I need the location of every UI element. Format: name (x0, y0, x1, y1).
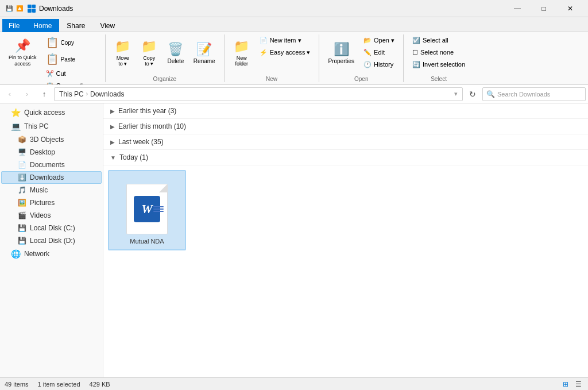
copy-to-label: Copyto ▾ (143, 55, 155, 67)
tab-file[interactable]: File (2, 19, 26, 32)
pin-label: Pin to Quickaccess (9, 55, 37, 67)
search-icon: 🔍 (486, 90, 495, 98)
new-buttons: 📁 Newfolder 📄 New item ▾ ⚡ Easy access ▾ (229, 34, 315, 75)
invert-icon: 🔄 (412, 61, 420, 68)
history-button[interactable]: 🕐 History (359, 59, 399, 70)
cut-button[interactable]: ✂️ Cut (42, 68, 100, 79)
sidebar-item-label: Local Disk (D:) (30, 237, 75, 245)
group-today[interactable]: ▼ Today (1) (103, 150, 588, 165)
music-icon: 🎵 (18, 186, 26, 194)
documents-icon: 📄 (18, 161, 26, 169)
sidebar-item-this-pc[interactable]: 💻 This PC (1, 119, 102, 133)
sidebar-item-desktop[interactable]: 🖥️ Desktop (1, 146, 102, 159)
cut-icon: ✂️ (46, 70, 54, 78)
sidebar-item-local-disk-d[interactable]: 💾 Local Disk (D:) (1, 234, 102, 247)
tab-home[interactable]: Home (26, 19, 59, 32)
sidebar-item-label: 3D Objects (30, 136, 64, 144)
quick-up-btn[interactable]: 🔼 (15, 4, 24, 13)
maximize-button[interactable]: □ (531, 0, 557, 17)
properties-label: Properties (328, 58, 354, 64)
invert-selection-button[interactable]: 🔄 Invert selection (408, 59, 469, 70)
organize-buttons: 📁 Moveto ▾ 📁 Copyto ▾ 🗑️ Delete 📝 Rename (110, 34, 219, 75)
group-label: Today (1) (119, 153, 148, 161)
title-bar: 💾 🔼 Downloads — □ ✕ (0, 0, 588, 17)
group-label: Earlier this year (3) (118, 107, 176, 115)
forward-button[interactable]: › (20, 87, 34, 102)
selection-info: 1 item selected (38, 381, 80, 388)
word-w-letter: W (141, 203, 153, 215)
close-button[interactable]: ✕ (557, 0, 583, 17)
quick-access-icon: ⭐ (11, 108, 21, 117)
sidebar-item-pictures[interactable]: 🖼️ Pictures (1, 196, 102, 209)
new-item-button[interactable]: 📄 New item ▾ (256, 34, 315, 46)
rename-label: Rename (194, 58, 215, 64)
tab-share[interactable]: Share (59, 19, 92, 32)
minimize-button[interactable]: — (504, 0, 531, 17)
rename-button[interactable]: 📝 Rename (189, 34, 219, 71)
window-controls: — □ ✕ (504, 0, 583, 17)
delete-label: Delete (167, 58, 184, 64)
new-folder-icon: 📁 (234, 39, 249, 54)
sidebar-item-label: Videos (30, 211, 51, 219)
organize-label: Organize (110, 75, 219, 82)
copy-to-button[interactable]: 📁 Copyto ▾ (137, 34, 162, 71)
back-button[interactable]: ‹ (2, 87, 17, 102)
pin-to-quick-access-button[interactable]: 📌 Pin to Quickaccess (5, 34, 41, 71)
easy-access-icon: ⚡ (260, 49, 268, 56)
copy-to-icon: 📁 (141, 39, 157, 54)
group-last-week[interactable]: ▶ Last week (35) (103, 134, 588, 150)
view-controls: ⊞ ☰ (560, 379, 583, 389)
properties-icon: ℹ️ (334, 42, 349, 57)
paste-label: Paste (61, 56, 76, 63)
search-bar[interactable]: 🔍 Search Downloads (482, 87, 586, 101)
easy-access-button[interactable]: ⚡ Easy access ▾ (256, 47, 315, 58)
select-all-button[interactable]: ☑️ Select all (408, 34, 469, 46)
sidebar-item-network[interactable]: 🌐 Network (1, 247, 102, 261)
copy-label: Copy (61, 40, 74, 46)
move-to-button[interactable]: 📁 Moveto ▾ (110, 34, 136, 71)
select-none-button[interactable]: ☐ Select none (408, 47, 469, 58)
file-name: Mutual NDA (130, 238, 164, 245)
address-path[interactable]: This PC › Downloads ▾ (54, 87, 463, 101)
group-earlier-year[interactable]: ▶ Earlier this year (3) (103, 103, 588, 119)
properties-button[interactable]: ℹ️ Properties (324, 34, 358, 71)
open-small-buttons: 📂 Open ▾ ✏️ Edit 🕐 History (359, 34, 399, 70)
ribbon-group-open: ℹ️ Properties 📂 Open ▾ ✏️ Edit 🕐 History… (319, 34, 404, 82)
disk-c-icon: 💾 (18, 224, 26, 232)
sidebar-item-quick-access[interactable]: ⭐ Quick access (1, 106, 102, 119)
copy-icon: 📋 (46, 36, 59, 49)
up-button[interactable]: ↑ (37, 87, 52, 102)
new-label: New (229, 75, 315, 82)
delete-icon: 🗑️ (168, 42, 183, 57)
copy-path-button[interactable]: 📋 Copy path (42, 80, 100, 85)
file-item-mutual-nda[interactable]: W Mutual NDA (108, 170, 186, 250)
sidebar-item-documents[interactable]: 📄 Documents (1, 159, 102, 171)
sidebar-item-3d-objects[interactable]: 📦 3D Objects (1, 133, 102, 146)
path-dropdown-icon[interactable]: ▾ (454, 90, 458, 98)
edit-button[interactable]: ✏️ Edit (359, 47, 399, 58)
sidebar: ⭐ Quick access 💻 This PC 📦 3D Objects 🖥️… (0, 103, 103, 377)
copy-button[interactable]: 📋 Copy (42, 34, 100, 51)
content-area: ▶ Earlier this year (3) ▶ Earlier this m… (103, 103, 588, 377)
open-label: Open (324, 75, 399, 82)
pictures-icon: 🖼️ (18, 199, 26, 207)
videos-icon: 🎬 (18, 211, 26, 219)
file-size: 429 KB (90, 381, 110, 388)
tab-view[interactable]: View (92, 19, 122, 32)
open-buttons: ℹ️ Properties 📂 Open ▾ ✏️ Edit 🕐 History (324, 34, 399, 75)
quick-save-btn[interactable]: 💾 (5, 4, 14, 13)
large-icons-view-button[interactable]: ⊞ (560, 379, 571, 389)
sidebar-item-videos[interactable]: 🎬 Videos (1, 209, 102, 222)
open-button[interactable]: 📂 Open ▾ (359, 34, 399, 46)
move-label: Moveto ▾ (117, 55, 129, 67)
sidebar-item-local-disk-c[interactable]: 💾 Local Disk (C:) (1, 222, 102, 234)
delete-button[interactable]: 🗑️ Delete (163, 34, 188, 71)
word-lines (153, 206, 164, 212)
paste-button[interactable]: 📋 Paste (42, 51, 100, 67)
sidebar-item-music[interactable]: 🎵 Music (1, 184, 102, 196)
sidebar-item-downloads[interactable]: ⬇️ Downloads (1, 171, 102, 184)
refresh-button[interactable]: ↻ (465, 87, 480, 102)
list-view-button[interactable]: ☰ (573, 379, 583, 389)
group-earlier-month[interactable]: ▶ Earlier this month (10) (103, 119, 588, 134)
new-folder-button[interactable]: 📁 Newfolder (229, 34, 254, 71)
